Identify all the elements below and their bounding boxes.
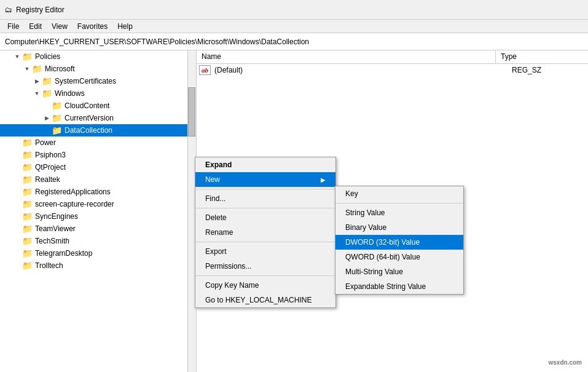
tree-item-label: Trolltech bbox=[35, 261, 63, 270]
tree-panel[interactable]: ▼ 📁 Policies ▼ 📁 Microsoft ▶ 📁 SystemCer… bbox=[0, 50, 197, 372]
context-menu-item-expand[interactable]: Expand bbox=[195, 157, 335, 172]
submenu-item-stringvalue[interactable]: String Value bbox=[335, 205, 463, 220]
tree-item-psiphon3[interactable]: 📁 Psiphon3 bbox=[0, 149, 196, 161]
context-menu-item-find[interactable]: Find... bbox=[195, 191, 335, 206]
folder-icon: 📁 bbox=[52, 125, 62, 135]
address-bar[interactable]: Computer\HKEY_CURRENT_USER\SOFTWARE\Poli… bbox=[0, 33, 588, 50]
tree-item-qtproject[interactable]: 📁 QtProject bbox=[0, 161, 196, 173]
tree-item-currentversion[interactable]: ▶ 📁 CurrentVersion bbox=[0, 112, 196, 124]
folder-icon: 📁 bbox=[32, 64, 42, 74]
folder-icon: 📁 bbox=[22, 138, 33, 148]
submenu-item-key[interactable]: Key bbox=[335, 186, 463, 201]
context-menu-item-export[interactable]: Export bbox=[195, 244, 335, 259]
context-menu-separator bbox=[195, 242, 335, 242]
submenu-item-dword[interactable]: DWORD (32-bit) Value bbox=[335, 235, 463, 250]
context-menu-separator bbox=[195, 208, 335, 208]
submenu-item-expandstring[interactable]: Expandable String Value bbox=[335, 279, 463, 294]
submenu-arrow-icon: ▶ bbox=[321, 176, 326, 183]
submenu-item-label: DWORD (32-bit) Value bbox=[345, 238, 420, 247]
chevron-icon: ▼ bbox=[12, 53, 22, 60]
menu-favorites[interactable]: Favorites bbox=[73, 21, 112, 32]
tree-item-trolltech[interactable]: 📁 Trolltech bbox=[0, 259, 196, 272]
tree-item-policies[interactable]: ▼ 📁 Policies bbox=[0, 50, 196, 63]
tree-item-telegramdesktop[interactable]: 📁 TelegramDesktop bbox=[0, 247, 196, 259]
context-menu-item-copykey[interactable]: Copy Key Name bbox=[195, 278, 335, 293]
context-menu-item-permissions[interactable]: Permissions... bbox=[195, 259, 335, 274]
tree-item-syncengines[interactable]: 📁 SyncEngines bbox=[0, 210, 196, 223]
context-menu-item-delete[interactable]: Delete bbox=[195, 210, 335, 225]
ctx-item-label: Expand bbox=[205, 160, 232, 169]
submenu-item-label: Binary Value bbox=[345, 223, 386, 232]
right-panel-row[interactable]: ab (Default) REG_SZ bbox=[197, 64, 588, 76]
watermark-text: wsxdn.com bbox=[549, 359, 582, 366]
tree-item-power[interactable]: 📁 Power bbox=[0, 137, 196, 149]
folder-icon: 📁 bbox=[22, 248, 33, 258]
menu-bar: File Edit View Favorites Help bbox=[0, 20, 588, 33]
submenu-item-multistring[interactable]: Multi-String Value bbox=[335, 264, 463, 279]
chevron-icon: ▶ bbox=[32, 78, 42, 84]
tree-item-screencap[interactable]: 📁 screen-capture-recorder bbox=[0, 198, 196, 210]
tree-item-windows[interactable]: ▼ 📁 Windows bbox=[0, 87, 196, 100]
submenu-item-qword[interactable]: QWORD (64-bit) Value bbox=[335, 250, 463, 264]
tree-item-label: RegisteredApplications bbox=[35, 188, 111, 196]
context-menu-item-rename[interactable]: Rename bbox=[195, 225, 335, 240]
folder-icon: 📁 bbox=[22, 162, 33, 172]
watermark: wsxdn.com bbox=[549, 359, 582, 366]
ctx-item-label: Delete bbox=[205, 213, 227, 222]
tree-item-label: Power bbox=[35, 138, 56, 147]
value-name: (Default) bbox=[214, 66, 512, 74]
tree-item-systemcerts[interactable]: ▶ 📁 SystemCertificates bbox=[0, 75, 196, 87]
folder-icon: 📁 bbox=[52, 101, 62, 111]
tree-item-label: TeamViewer bbox=[35, 224, 76, 233]
tree-item-label: Microsoft bbox=[45, 65, 75, 73]
right-panel-header: Name Type bbox=[197, 50, 588, 64]
folder-icon: 📁 bbox=[22, 150, 33, 160]
ctx-item-label: Permissions... bbox=[205, 262, 251, 271]
context-menu-item-gotohklm[interactable]: Go to HKEY_LOCAL_MACHINE bbox=[195, 293, 335, 307]
submenu-item-label: String Value bbox=[345, 208, 385, 217]
menu-edit[interactable]: Edit bbox=[24, 21, 47, 32]
tree-item-datacollection[interactable]: 📁 DataCollection bbox=[0, 124, 196, 137]
tree-item-techsmith[interactable]: 📁 TechSmith bbox=[0, 235, 196, 247]
app-icon: 🗂 bbox=[5, 6, 12, 14]
value-icon: ab bbox=[199, 65, 211, 75]
submenu-item-binaryvalue[interactable]: Binary Value bbox=[335, 220, 463, 235]
tree-item-microsoft[interactable]: ▼ 📁 Microsoft bbox=[0, 63, 196, 75]
folder-icon: 📁 bbox=[42, 76, 52, 86]
menu-file[interactable]: File bbox=[2, 21, 24, 32]
context-menu-item-new[interactable]: New▶ bbox=[195, 172, 335, 187]
tree-item-realtek[interactable]: 📁 Realtek bbox=[0, 173, 196, 186]
value-type: REG_SZ bbox=[512, 66, 586, 74]
submenu-item-label: QWORD (64-bit) Value bbox=[345, 253, 420, 261]
ctx-item-label: Find... bbox=[205, 194, 225, 203]
menu-help[interactable]: Help bbox=[112, 21, 138, 32]
title-bar-text: Registry Editor bbox=[16, 6, 65, 14]
context-menu[interactable]: ExpandNew▶Find...DeleteRenameExportPermi… bbox=[195, 157, 336, 308]
tree-item-label: DataCollection bbox=[65, 126, 112, 135]
submenu[interactable]: KeyString ValueBinary ValueDWORD (32-bit… bbox=[335, 186, 464, 295]
tree-item-label: Windows bbox=[55, 89, 85, 98]
submenu-item-label: Multi-String Value bbox=[345, 267, 403, 276]
folder-icon: 📁 bbox=[22, 175, 33, 184]
tree-item-label: TechSmith bbox=[35, 237, 69, 245]
scrollbar-thumb[interactable] bbox=[188, 87, 195, 137]
menu-view[interactable]: View bbox=[47, 21, 73, 32]
folder-icon: 📁 bbox=[22, 199, 33, 209]
folder-icon: 📁 bbox=[22, 52, 33, 61]
ctx-item-label: Go to HKEY_LOCAL_MACHINE bbox=[205, 296, 312, 304]
folder-icon: 📁 bbox=[42, 89, 52, 98]
chevron-icon: ▶ bbox=[42, 115, 52, 121]
folder-icon: 📁 bbox=[22, 224, 33, 234]
tree-item-label: CurrentVersion bbox=[65, 114, 114, 122]
ctx-item-label: Export bbox=[205, 247, 227, 256]
tree-item-label: SystemCertificates bbox=[55, 77, 116, 85]
tree-item-teamviewer[interactable]: 📁 TeamViewer bbox=[0, 223, 196, 235]
submenu-separator bbox=[335, 203, 463, 204]
folder-icon: 📁 bbox=[22, 212, 33, 221]
tree-item-label: CloudContent bbox=[65, 101, 109, 110]
tree-item-cloudcontent[interactable]: 📁 CloudContent bbox=[0, 100, 196, 112]
address-path: Computer\HKEY_CURRENT_USER\SOFTWARE\Poli… bbox=[5, 38, 309, 46]
tree-item-regapps[interactable]: 📁 RegisteredApplications bbox=[0, 186, 196, 198]
tree-item-label: Policies bbox=[35, 52, 60, 61]
folder-icon: 📁 bbox=[22, 187, 33, 197]
